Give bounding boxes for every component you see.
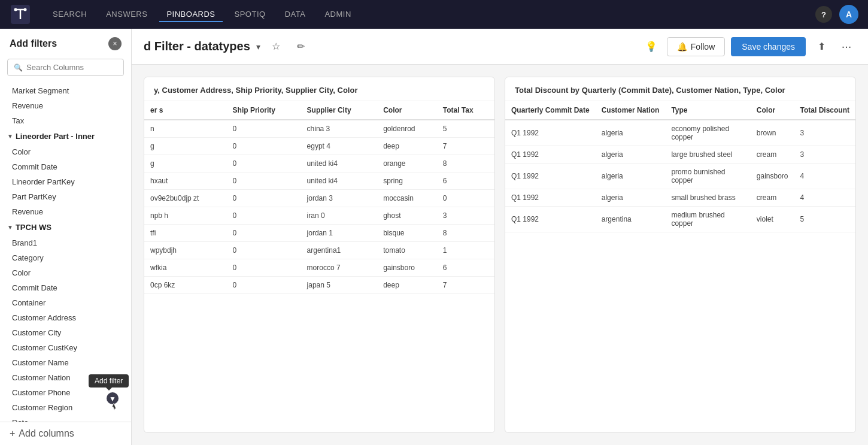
table-row: n 0 china 3 goldenrod 5 bbox=[144, 120, 494, 138]
cell-supplier-city: argentina1 bbox=[301, 242, 378, 259]
save-button[interactable]: Save changes bbox=[731, 37, 806, 56]
table-row: tfi 0 jordan 1 bisque 8 bbox=[144, 225, 494, 242]
sidebar-group-lineorder[interactable]: ▼ Lineorder Part - Inner bbox=[0, 128, 131, 144]
sidebar-item-lineorder-partkey[interactable]: Lineorder PartKey bbox=[0, 174, 131, 189]
sidebar-item-customer-custkey[interactable]: Customer CustKey bbox=[0, 340, 131, 355]
sidebar-item-color[interactable]: Color bbox=[0, 144, 131, 159]
cell-quarterly-commit-date: Q1 1992 bbox=[505, 146, 596, 164]
search-input[interactable] bbox=[26, 63, 117, 72]
sidebar-item-date[interactable]: Date bbox=[0, 415, 131, 422]
nav-answers[interactable]: ANSWERS bbox=[99, 7, 154, 22]
content-area: d Filter - datatypes ▾ ☆ ✏ 💡 🔔 Follow Sa… bbox=[132, 29, 868, 445]
table-row: ov9e2bu0djp zt 0 jordan 3 moccasin 0 bbox=[144, 190, 494, 207]
cell-quarterly-commit-date: Q1 1992 bbox=[505, 207, 596, 232]
sidebar-header: Add filters × bbox=[0, 29, 131, 59]
more-button[interactable]: ··· bbox=[837, 37, 856, 56]
svg-point-4 bbox=[24, 8, 27, 11]
sidebar-item-customer-city[interactable]: Customer City bbox=[0, 325, 131, 340]
follow-icon: 🔔 bbox=[677, 42, 687, 52]
col-total-discount: Total Discount bbox=[794, 101, 855, 120]
cell-supplier-city: jordan 3 bbox=[301, 190, 378, 207]
follow-button[interactable]: 🔔 Follow bbox=[667, 37, 725, 56]
cell-ship-priority: 0 bbox=[227, 277, 301, 294]
cell-address: ov9e2bu0djp zt bbox=[144, 190, 227, 207]
sidebar-item-market-segment[interactable]: Market Segment bbox=[0, 83, 131, 98]
col-ship-priority: Ship Priority bbox=[227, 101, 301, 120]
sidebar-group-tpch[interactable]: ▼ TPCH WS bbox=[0, 219, 131, 235]
cell-total-tax: 6 bbox=[437, 172, 494, 190]
cell-color: orange bbox=[377, 155, 437, 172]
table-row: npb h 0 iran 0 ghost 3 bbox=[144, 207, 494, 225]
table-row: wfkia 0 morocco 7 gainsboro 6 bbox=[144, 259, 494, 277]
sidebar-item-revenue-g1[interactable]: Revenue bbox=[0, 204, 131, 219]
cell-total-tax: 1 bbox=[437, 242, 494, 259]
cell-supplier-city: united ki4 bbox=[301, 172, 378, 190]
page-title: d Filter - datatypes bbox=[144, 40, 250, 53]
cell-color: deep bbox=[377, 277, 437, 294]
cell-address: tfi bbox=[144, 225, 227, 242]
star-button[interactable]: ☆ bbox=[266, 37, 286, 56]
page-header: d Filter - datatypes ▾ ☆ ✏ 💡 🔔 Follow Sa… bbox=[132, 29, 868, 65]
table-row: Q1 1992 algeria large brushed steel crea… bbox=[505, 146, 855, 164]
left-table-wrap[interactable]: er s Ship Priority Supplier City Color T… bbox=[144, 101, 494, 432]
sidebar-item-customer-nation[interactable]: Customer Nation bbox=[0, 370, 131, 385]
sidebar-item-customer-region[interactable]: Customer Region bbox=[0, 400, 131, 415]
sidebar-item-commit-date-g2[interactable]: Commit Date bbox=[0, 280, 131, 295]
table-row: Q1 1992 algeria promo burnished copper g… bbox=[505, 164, 855, 189]
col-type: Type bbox=[665, 101, 750, 120]
lightbulb-button[interactable]: 💡 bbox=[642, 37, 661, 56]
cell-total-tax: 0 bbox=[437, 190, 494, 207]
cell-total-discount: 3 bbox=[794, 146, 855, 164]
sidebar-item-commit-date[interactable]: Commit Date bbox=[0, 159, 131, 174]
nav-search[interactable]: SEARCH bbox=[45, 7, 94, 22]
nav-pinboards[interactable]: PINBOARDS bbox=[159, 7, 222, 22]
close-button[interactable]: × bbox=[108, 37, 122, 50]
avatar[interactable]: A bbox=[839, 5, 858, 24]
sidebar-item-customer-address[interactable]: Customer Address bbox=[0, 310, 131, 325]
sidebar-item-color-g2[interactable]: Color bbox=[0, 265, 131, 280]
col-color-r: Color bbox=[751, 101, 794, 120]
logo[interactable] bbox=[10, 4, 31, 25]
cell-supplier-city: jordan 1 bbox=[301, 225, 378, 242]
sidebar-item-brand1[interactable]: Brand1 bbox=[0, 235, 131, 250]
nav-data[interactable]: DATA bbox=[278, 7, 313, 22]
sidebar-item-category[interactable]: Category bbox=[0, 250, 131, 265]
sidebar-item-container[interactable]: Container bbox=[0, 295, 131, 310]
table-row: Q1 1992 algeria economy polished copper … bbox=[505, 120, 855, 146]
share-button[interactable]: ⬆ bbox=[812, 37, 831, 56]
left-chart-title: y, Customer Address, Ship Priority, Supp… bbox=[144, 77, 494, 101]
nav-admin[interactable]: ADMIN bbox=[317, 7, 358, 22]
cell-total-tax: 6 bbox=[437, 259, 494, 277]
edit-button[interactable]: ✏ bbox=[292, 37, 311, 56]
sidebar-title: Add filters bbox=[10, 38, 57, 49]
nav-spotiq[interactable]: SPOTIQ bbox=[227, 7, 273, 22]
right-table-wrap[interactable]: Quarterly Commit Date Customer Nation Ty… bbox=[505, 101, 855, 432]
cell-quarterly-commit-date: Q1 1992 bbox=[505, 189, 596, 207]
sidebar-item-revenue[interactable]: Revenue bbox=[0, 98, 131, 113]
col-address: er s bbox=[144, 101, 227, 120]
sidebar-item-customer-phone[interactable]: Customer Phone bbox=[0, 385, 131, 400]
nav-links: SEARCH ANSWERS PINBOARDS SPOTIQ DATA ADM… bbox=[45, 7, 801, 22]
sidebar-item-tax[interactable]: Tax bbox=[0, 113, 131, 128]
sidebar-list: Market Segment Revenue Tax ▼ Lineorder P… bbox=[0, 81, 131, 422]
right-data-table: Quarterly Commit Date Customer Nation Ty… bbox=[505, 101, 855, 232]
cell-address: g bbox=[144, 138, 227, 155]
cell-total-tax: 7 bbox=[437, 138, 494, 155]
cell-type: large brushed steel bbox=[665, 146, 750, 164]
cell-color: spring bbox=[377, 172, 437, 190]
help-button[interactable]: ? bbox=[815, 6, 832, 23]
main-layout: Add filters × 🔍 Market Segment Revenue T… bbox=[0, 29, 868, 445]
table-row: g 0 egypt 4 deep 7 bbox=[144, 138, 494, 155]
table-row: hxaut 0 united ki4 spring 6 bbox=[144, 172, 494, 190]
sidebar-item-customer-name[interactable]: Customer Name bbox=[0, 355, 131, 370]
cell-customer-nation: algeria bbox=[596, 120, 666, 146]
cell-supplier-city: united ki4 bbox=[301, 155, 378, 172]
cell-color: tomato bbox=[377, 242, 437, 259]
cell-total-discount: 3 bbox=[794, 120, 855, 146]
add-columns-button[interactable]: + Add columns bbox=[10, 428, 122, 439]
title-dropdown-icon[interactable]: ▾ bbox=[256, 42, 260, 52]
cell-color: cream bbox=[751, 146, 794, 164]
sidebar-item-part-partkey[interactable]: Part PartKey bbox=[0, 189, 131, 204]
cell-color: deep bbox=[377, 138, 437, 155]
cell-ship-priority: 0 bbox=[227, 172, 301, 190]
